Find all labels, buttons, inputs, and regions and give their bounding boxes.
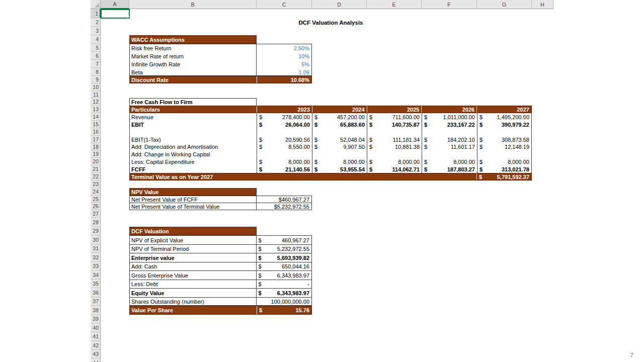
fcff-cell[interactable] — [367, 150, 422, 158]
row-header-40[interactable]: 40 — [91, 323, 101, 332]
table-row[interactable]: Net Present Value of Terminal Value $5,2… — [130, 203, 311, 210]
row-header-6[interactable]: 6 — [91, 52, 101, 60]
fcff-row-label[interactable]: Add: Change in Working Capital — [129, 150, 257, 158]
dcf-row-label[interactable]: Enterprise value — [130, 253, 257, 262]
terminal-value-row[interactable]: Terminal Value as on Year 2027 $5,791,59… — [129, 173, 532, 180]
fcff-cell[interactable]: $1,495,200.00 — [477, 113, 532, 121]
fcff-cell[interactable]: $8,000.00 — [422, 158, 477, 165]
fcff-cell[interactable]: $9,907.50 — [312, 143, 367, 150]
row-header-38[interactable]: 38 — [91, 306, 101, 315]
dcf-row-label[interactable]: Shares Outstanding (number) — [130, 298, 257, 306]
fcff-cell[interactable]: $10,881.38 — [367, 143, 422, 150]
fcff-cell[interactable] — [477, 128, 532, 136]
table-row[interactable]: Equity Value $6,343,983.97 — [130, 289, 311, 298]
dcf-row-label[interactable]: Gross Enterprise Value — [130, 271, 257, 280]
table-row[interactable]: Add: Change in Working Capital — [129, 150, 532, 158]
fcff-cell[interactable] — [312, 150, 367, 158]
fcff-row-label[interactable]: EBIT(1-Tax) — [129, 136, 257, 143]
fcff-cell[interactable]: $21,140.56 — [257, 165, 312, 173]
sheet-title[interactable]: DCF Valuation Analysis — [257, 18, 405, 27]
row-header-31[interactable]: 31 — [91, 244, 101, 253]
dcf-row-value[interactable]: $460,967.27 — [257, 236, 311, 244]
row-header-22[interactable]: 22 — [91, 173, 101, 180]
table-row[interactable]: NPV of Explicit Value $460,967.27 — [130, 236, 311, 245]
fcff-header-row[interactable]: Particulars 2023 2024 2025 2026 2027 — [129, 106, 532, 113]
fcff-cell[interactable]: $8,000.00 — [477, 158, 532, 165]
row-header-28[interactable]: 28 — [91, 218, 101, 227]
row-header-27[interactable]: 27 — [91, 210, 101, 218]
dcf-row-label[interactable]: Less: Debt — [130, 280, 257, 288]
npv-row-value[interactable]: $460,967.27 — [257, 196, 311, 203]
npv-header[interactable]: NPV Value — [129, 188, 257, 196]
row-header-7[interactable]: 7 — [91, 60, 101, 68]
fcff-cell[interactable]: $184,202.10 — [422, 136, 477, 143]
fcff-cell[interactable]: $111,181.34 — [367, 136, 422, 143]
row-header-37[interactable]: 37 — [91, 297, 101, 306]
dcf-row-label[interactable]: NPV of Explicit Value — [130, 236, 257, 244]
wacc-row-value[interactable]: 10% — [257, 52, 311, 60]
table-row[interactable]: FCFF $21,140.56 $53,955.54 $114,062.71 $… — [129, 165, 532, 173]
wacc-row-label[interactable]: Risk free Return — [130, 44, 257, 52]
fcff-cell[interactable]: $8,000.00 — [312, 158, 367, 165]
row-header-35[interactable]: 35 — [91, 280, 101, 288]
table-row[interactable]: Less: Debt $- — [130, 280, 311, 289]
fcff-cell[interactable]: $711,600.00 — [367, 113, 422, 121]
fcff-cell[interactable] — [257, 150, 312, 158]
row-header-20[interactable]: 20 — [91, 158, 101, 165]
row-header-13[interactable]: 13 — [91, 106, 101, 113]
row-header-23[interactable]: 23 — [91, 180, 101, 188]
dcf-row-label[interactable]: NPV of Terminal Period — [130, 245, 257, 253]
wacc-header[interactable]: WACC Assumptions — [129, 35, 257, 44]
table-row[interactable]: Add: Depreciation and Amortisation $8,55… — [129, 143, 532, 150]
dcf-row-value[interactable]: 100,000,000.00 — [257, 298, 311, 306]
row-header-29[interactable]: 29 — [91, 227, 101, 235]
column-header-e[interactable]: E — [367, 0, 422, 9]
row-header-42[interactable]: 42 — [91, 341, 101, 350]
fcff-cell[interactable]: $8,000.00 — [367, 158, 422, 165]
fcff-cell[interactable]: $20,590.56 — [257, 136, 312, 143]
wacc-row-label[interactable]: Infinite Growth Rate — [130, 60, 257, 68]
row-header-18[interactable]: 18 — [91, 143, 101, 150]
table-row[interactable]: NPV of Terminal Period $5,232,972.55 — [130, 245, 311, 253]
fcff-cell[interactable] — [312, 128, 367, 136]
row-header-3[interactable]: 3 — [91, 27, 101, 35]
fcff-cell[interactable]: $278,400.00 — [257, 113, 312, 121]
npv-row-label[interactable]: Net Present Value of Terminal Value — [130, 203, 257, 210]
row-header-44[interactable]: 44 — [91, 358, 101, 362]
row-header-43[interactable]: 43 — [91, 350, 101, 358]
wacc-row-label[interactable]: Beta — [130, 68, 257, 76]
dcf-row-value[interactable]: $- — [257, 280, 311, 288]
row-header-39[interactable]: 39 — [91, 315, 101, 323]
dcf-row-value[interactable]: $5,693,939.82 — [257, 253, 311, 262]
row-header-41[interactable]: 41 — [91, 332, 101, 341]
fcff-cell[interactable]: $457,200.00 — [312, 113, 367, 121]
row-header-12[interactable]: 12 — [91, 98, 101, 106]
row-header-17[interactable]: 17 — [91, 136, 101, 143]
row-header-14[interactable]: 14 — [91, 113, 101, 121]
fcff-cell[interactable] — [477, 150, 532, 158]
column-header-f[interactable]: F — [422, 0, 477, 9]
row-header-24[interactable]: 24 — [91, 188, 101, 196]
fcff-cell[interactable]: $53,955.54 — [312, 165, 367, 173]
table-row[interactable]: Net Present Value of FCFF $460,967.27 — [130, 196, 311, 203]
fcff-row-label[interactable]: Less: Capital Expenditure — [129, 158, 257, 165]
wacc-row-label[interactable]: Market Rate of return — [130, 52, 257, 60]
dcf-header[interactable]: DCF Valuation — [129, 227, 257, 235]
row-header-2[interactable]: 2 — [91, 18, 101, 27]
row-header-34[interactable]: 34 — [91, 270, 101, 280]
table-row[interactable]: Infinite Growth Rate 5% — [130, 60, 311, 68]
row-header-30[interactable]: 30 — [91, 235, 101, 244]
row-header-19[interactable]: 19 — [91, 150, 101, 158]
fcff-title[interactable]: Free Cash Flow to Firm — [129, 98, 257, 106]
dcf-row-label[interactable]: Add: Cash — [130, 262, 257, 270]
table-row[interactable]: Market Rate of return 10% — [130, 52, 311, 60]
column-header-h[interactable]: H — [532, 0, 553, 9]
row-header-8[interactable]: 8 — [91, 68, 101, 76]
column-header-a[interactable]: A — [101, 0, 129, 9]
row-header-26[interactable]: 26 — [91, 203, 101, 210]
table-row[interactable]: Add: Cash $650,044.16 — [130, 262, 311, 271]
row-header-32[interactable]: 32 — [91, 253, 101, 262]
fcff-row-label[interactable] — [129, 128, 257, 136]
row-header-9[interactable]: 9 — [91, 76, 101, 83]
fcff-cell[interactable]: $8,000.00 — [257, 158, 312, 165]
